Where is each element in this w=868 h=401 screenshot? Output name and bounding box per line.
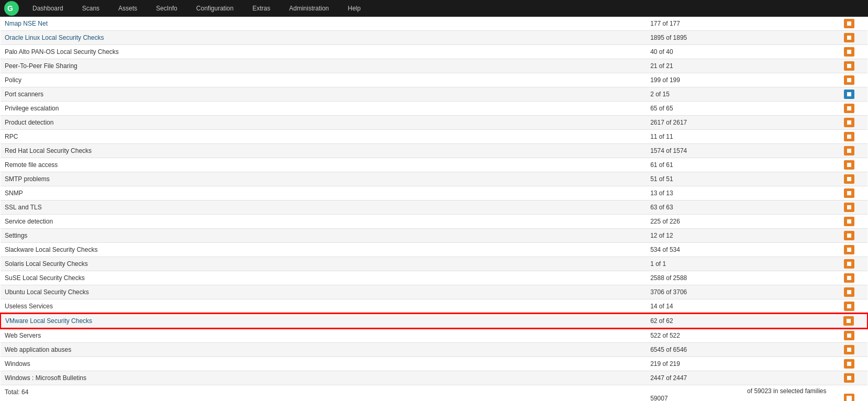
row-action[interactable]	[831, 285, 867, 299]
row-action-button[interactable]	[844, 302, 854, 311]
row-count: 2588 of 2588	[646, 271, 830, 285]
row-action-button[interactable]	[844, 90, 854, 99]
row-action-button[interactable]	[844, 61, 854, 71]
row-action[interactable]	[831, 371, 867, 385]
row-action-button[interactable]	[844, 75, 854, 85]
row-action[interactable]	[831, 158, 867, 172]
row-action[interactable]	[831, 343, 867, 357]
row-action[interactable]	[831, 186, 867, 200]
row-action[interactable]	[831, 357, 867, 371]
row-name: SuSE Local Security Checks	[1, 271, 646, 285]
row-action-button[interactable]	[844, 118, 854, 127]
row-action-button[interactable]	[844, 331, 854, 340]
table-row: Palo Alto PAN-OS Local Security Checks40…	[1, 45, 867, 59]
table-row: Solaris Local Security Checks1 of 1	[1, 257, 867, 271]
row-count: 12 of 12	[646, 229, 830, 243]
row-action[interactable]	[831, 73, 867, 87]
nav-extras[interactable]: Extras	[243, 0, 280, 17]
table-row: Slackware Local Security Checks534 of 53…	[1, 243, 867, 257]
row-name[interactable]: Oracle Linux Local Security Checks	[1, 31, 646, 45]
nav-secinfo[interactable]: SecInfo	[147, 0, 187, 17]
row-action[interactable]	[831, 130, 867, 144]
row-action[interactable]	[831, 215, 867, 229]
row-action[interactable]	[831, 45, 867, 59]
row-name: Port scanners	[1, 87, 646, 102]
row-action-button[interactable]	[844, 231, 854, 240]
nav-items: Dashboard Scans Assets SecInfo Configura…	[23, 0, 864, 17]
row-count: 2617 of 2617	[646, 116, 830, 130]
row-action[interactable]	[831, 328, 867, 343]
row-action[interactable]	[831, 229, 867, 243]
row-action[interactable]	[831, 59, 867, 73]
row-action[interactable]	[831, 116, 867, 130]
row-action-button[interactable]	[844, 287, 854, 297]
row-action[interactable]	[831, 299, 867, 314]
table-row: Ubuntu Local Security Checks3706 of 3706	[1, 285, 867, 299]
nav-administration[interactable]: Administration	[280, 0, 338, 17]
row-action[interactable]	[831, 271, 867, 285]
row-action[interactable]	[831, 87, 867, 102]
row-action-button[interactable]	[844, 203, 854, 212]
table-row: Web application abuses6545 of 6546	[1, 343, 867, 357]
row-count: 225 of 226	[646, 215, 830, 229]
row-action[interactable]	[831, 314, 867, 328]
table-row: Useless Services14 of 14	[1, 299, 867, 314]
row-action[interactable]	[831, 144, 867, 158]
row-action[interactable]	[831, 17, 867, 31]
row-action-button[interactable]	[844, 188, 854, 198]
row-action-button[interactable]	[844, 33, 854, 42]
row-action-button[interactable]	[843, 316, 854, 326]
row-name: Solaris Local Security Checks	[1, 257, 646, 271]
row-name[interactable]: Nmap NSE Net	[1, 17, 646, 31]
row-action-button[interactable]	[844, 359, 854, 369]
row-name: Product detection	[1, 116, 646, 130]
row-action[interactable]	[831, 200, 867, 215]
row-action-button[interactable]	[844, 245, 854, 254]
table-row: Oracle Linux Local Security Checks1895 o…	[1, 31, 867, 45]
row-action[interactable]	[831, 31, 867, 45]
table-row: Peer-To-Peer File Sharing21 of 21	[1, 59, 867, 73]
table-row: Nmap NSE Net177 of 177	[1, 17, 867, 31]
main-table-container: Nmap NSE Net177 of 177Oracle Linux Local…	[0, 17, 868, 401]
row-action-button[interactable]	[844, 146, 854, 155]
row-action-button[interactable]	[844, 217, 854, 226]
app-logo[interactable]: G	[4, 1, 19, 16]
nav-assets[interactable]: Assets	[109, 0, 147, 17]
row-count: 199 of 199	[646, 73, 830, 87]
row-action-button[interactable]	[844, 345, 854, 354]
row-action-button[interactable]	[844, 373, 854, 383]
table-row: Windows : Microsoft Bulletins2447 of 244…	[1, 371, 867, 385]
table-row: SSL and TLS63 of 63	[1, 200, 867, 215]
table-row: Web Servers522 of 522	[1, 328, 867, 343]
nav-scans[interactable]: Scans	[73, 0, 109, 17]
nav-help[interactable]: Help	[338, 0, 370, 17]
row-name: Policy	[1, 73, 646, 87]
row-name: RPC	[1, 130, 646, 144]
row-action[interactable]	[831, 243, 867, 257]
row-action-button[interactable]	[844, 104, 854, 113]
row-action-button[interactable]	[844, 259, 854, 269]
row-action[interactable]	[831, 172, 867, 186]
row-count: 522 of 522	[646, 328, 830, 343]
footer-action[interactable]	[831, 385, 867, 402]
row-name-link[interactable]: Nmap NSE Net	[5, 20, 48, 27]
nav-configuration[interactable]: Configuration	[187, 0, 243, 17]
nav-dashboard[interactable]: Dashboard	[23, 0, 73, 17]
row-action[interactable]	[831, 102, 867, 116]
row-action-button[interactable]	[844, 47, 854, 57]
row-action-button[interactable]	[844, 160, 854, 170]
nvt-families-table: Nmap NSE Net177 of 177Oracle Linux Local…	[0, 17, 868, 401]
row-name: VMware Local Security Checks	[1, 314, 646, 328]
row-name: Windows : Microsoft Bulletins	[1, 371, 646, 385]
row-action-button[interactable]	[844, 273, 854, 283]
footer-action-button[interactable]	[844, 394, 854, 401]
svg-rect-2	[847, 396, 852, 401]
row-name: SSL and TLS	[1, 200, 646, 215]
row-name-link[interactable]: Oracle Linux Local Security Checks	[5, 34, 104, 41]
row-action-button[interactable]	[844, 132, 854, 141]
row-action-button[interactable]	[844, 19, 854, 28]
footer-row: Total: 64 of 59023 in selected families …	[1, 385, 867, 402]
total-count-value: 59007	[650, 395, 826, 401]
row-action-button[interactable]	[844, 174, 854, 184]
row-action[interactable]	[831, 257, 867, 271]
